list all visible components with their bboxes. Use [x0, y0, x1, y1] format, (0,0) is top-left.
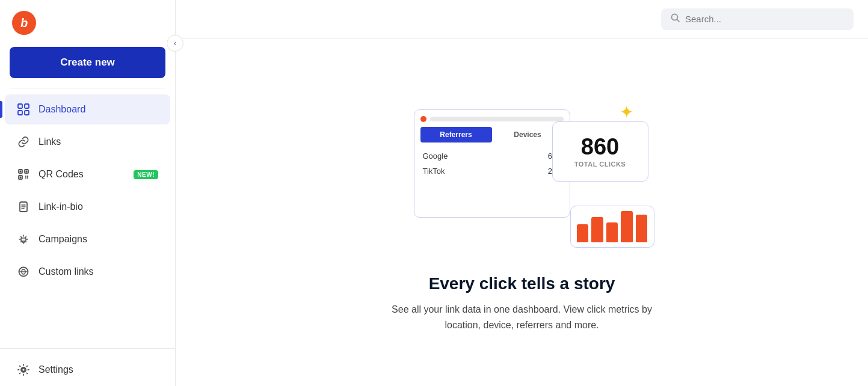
sidebar-item-label-link-in-bio: Link-in-bio	[38, 201, 158, 212]
tab-referrers[interactable]: Referrers	[420, 127, 492, 142]
app-logo: b	[12, 11, 36, 35]
svg-rect-10	[25, 176, 26, 177]
sidebar-item-custom-links[interactable]: Custom links	[5, 257, 170, 287]
hero-title: Every click tells a story	[429, 274, 615, 293]
svg-rect-9	[20, 177, 22, 179]
new-badge: NEW!	[134, 170, 158, 179]
sidebar-item-label-dashboard: Dashboard	[38, 104, 158, 115]
svg-rect-12	[25, 177, 26, 179]
campaigns-icon	[17, 233, 30, 246]
sidebar-item-links[interactable]: Links	[5, 127, 170, 157]
sidebar-collapse-toggle[interactable]: ‹	[167, 35, 183, 52]
logo-area: b	[0, 0, 175, 43]
create-new-button[interactable]: Create new	[10, 47, 165, 78]
sidebar-divider	[10, 88, 165, 88]
sidebar-item-label-campaigns: Campaigns	[38, 234, 158, 245]
search-box[interactable]	[661, 8, 854, 30]
sidebar-item-campaigns[interactable]: Campaigns	[5, 224, 170, 254]
illustration: Referrers Devices Google 600 TikTok 260 …	[378, 91, 666, 260]
sidebar-item-label-qr: QR Codes	[38, 169, 125, 180]
stats-label: TOTAL CLICKS	[574, 161, 626, 168]
custom-links-icon	[17, 265, 30, 278]
settings-icon	[17, 363, 30, 376]
links-icon	[17, 135, 30, 149]
sidebar-item-label-custom-links: Custom links	[38, 266, 158, 277]
bar-1	[577, 224, 589, 242]
search-input[interactable]	[685, 14, 844, 24]
svg-rect-0	[18, 104, 22, 108]
svg-rect-11	[27, 176, 28, 177]
qr-codes-icon	[17, 168, 30, 181]
sidebar: b Create new Dashboard Links	[0, 0, 176, 386]
search-icon	[671, 13, 680, 25]
bar-2	[591, 217, 603, 242]
topbar	[176, 0, 868, 38]
svg-point-21	[22, 369, 25, 372]
sidebar-item-dashboard[interactable]: Dashboard	[5, 94, 170, 124]
svg-rect-2	[18, 111, 22, 115]
bar-4	[621, 211, 633, 242]
referrer-name-google: Google	[423, 152, 448, 161]
bar-5	[636, 215, 648, 242]
hero-subtitle: See all your link data in one dashboard.…	[378, 302, 666, 332]
sidebar-item-label-settings: Settings	[38, 364, 158, 375]
referrer-name-tiktok: TikTok	[423, 167, 445, 176]
stats-number: 860	[581, 135, 619, 158]
card-line	[430, 117, 564, 121]
referrer-row-google: Google 600	[420, 149, 564, 164]
svg-rect-18	[21, 238, 26, 241]
referrer-row-tiktok: TikTok 260	[420, 164, 564, 179]
tabs-row: Referrers Devices	[420, 127, 564, 142]
card-dot	[420, 116, 426, 122]
svg-rect-3	[25, 111, 29, 115]
bar-chart-card	[570, 206, 654, 248]
svg-rect-13	[27, 177, 28, 179]
sidebar-item-label-links: Links	[38, 136, 158, 147]
dashboard-icon	[17, 103, 30, 116]
stats-card: 860 TOTAL CLICKS	[552, 121, 648, 182]
sidebar-item-link-in-bio[interactable]: Link-in-bio	[5, 192, 170, 222]
dashboard-card: Referrers Devices Google 600 TikTok 260	[414, 109, 570, 218]
svg-line-24	[677, 19, 680, 22]
svg-rect-8	[26, 171, 28, 173]
svg-rect-7	[20, 171, 22, 173]
sidebar-item-qr-codes[interactable]: QR Codes NEW!	[5, 159, 170, 189]
sidebar-bottom: Settings	[0, 348, 175, 386]
content-area: Referrers Devices Google 600 TikTok 260 …	[176, 38, 868, 386]
sparkle-icon: ✦	[620, 102, 633, 122]
main-content: Referrers Devices Google 600 TikTok 260 …	[176, 0, 868, 386]
svg-rect-1	[25, 104, 29, 108]
bar-3	[606, 222, 618, 242]
sidebar-item-settings[interactable]: Settings	[5, 355, 170, 385]
link-in-bio-icon	[17, 200, 30, 213]
